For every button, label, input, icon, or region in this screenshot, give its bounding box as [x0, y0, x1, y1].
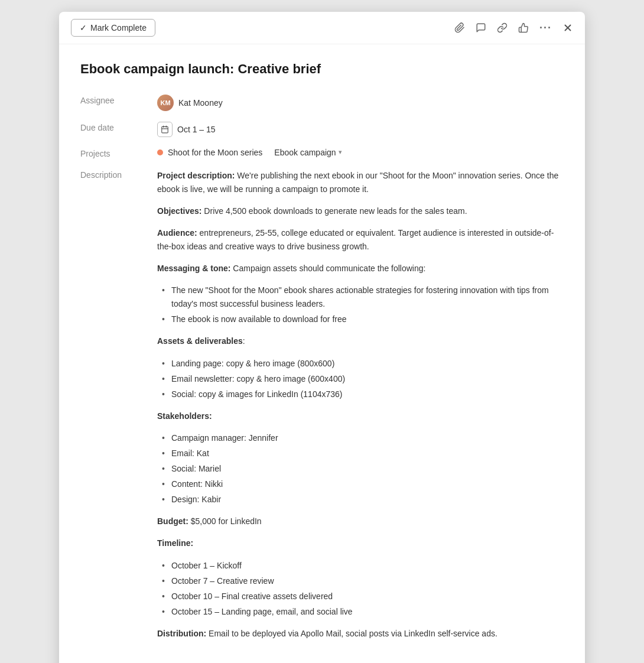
- project-sub-name: Ebook campaign: [274, 148, 336, 157]
- attachment-icon[interactable]: [454, 22, 465, 33]
- audience-bold: Audience:: [157, 228, 197, 238]
- list-item: Email newsletter: copy & hero image (600…: [162, 372, 564, 386]
- assignee-label: Assignee: [80, 95, 157, 105]
- assets-colon: :: [243, 336, 245, 346]
- messaging-bold: Messaging & tone:: [157, 264, 230, 273]
- description-row: Description Project description: We're p…: [80, 169, 564, 641]
- distribution-para: Distribution: Email to be deployed via A…: [157, 627, 564, 641]
- project-main-name: Shoot for the Moon series: [168, 148, 262, 157]
- assets-bullets-list: Landing page: copy & hero image (800x600…: [157, 357, 564, 401]
- project-description-para: Project description: We're publishing th…: [157, 169, 564, 196]
- budget-text: $5,000 for LinkedIn: [188, 516, 262, 526]
- objectives-bold: Objectives:: [157, 206, 201, 216]
- assets-bold: Assets & deliverables: [157, 336, 243, 346]
- audience-para: Audience: entrepreneurs, 25-55, college …: [157, 226, 564, 254]
- calendar-icon: [157, 122, 173, 137]
- objectives-para: Objectives: Drive 4,500 ebook downloads …: [157, 204, 564, 218]
- list-item: Social: copy & images for LinkedIn (1104…: [162, 388, 564, 401]
- description-label: Description: [80, 169, 157, 180]
- list-item: Email: Kat: [162, 447, 564, 460]
- modal-body: Ebook campaign launch: Creative brief As…: [59, 44, 585, 663]
- budget-para: Budget: $5,000 for LinkedIn: [157, 515, 564, 528]
- mark-complete-label: Mark Complete: [90, 23, 147, 32]
- messaging-bullets-list: The new "Shoot for the Moon" ebook share…: [157, 284, 564, 326]
- list-item: Social: Mariel: [162, 462, 564, 476]
- stakeholders-para: Stakeholders:: [157, 410, 564, 423]
- list-item: October 10 – Final creative assets deliv…: [162, 590, 564, 603]
- project-sub-dropdown[interactable]: Ebook campaign ▾: [274, 148, 341, 157]
- list-item: Content: Nikki: [162, 477, 564, 491]
- description-content: Project description: We're publishing th…: [157, 169, 564, 641]
- stakeholders-bullets-list: Campaign manager: Jennifer Email: Kat So…: [157, 431, 564, 506]
- list-item: Landing page: copy & hero image (800x600…: [162, 357, 564, 370]
- projects-label: Projects: [80, 148, 157, 158]
- objectives-text: Drive 4,500 ebook downloads to generate …: [201, 206, 467, 216]
- distribution-text: Email to be deployed via Apollo Mail, so…: [206, 629, 497, 638]
- list-item: October 7 – Creative review: [162, 574, 564, 588]
- modal-header: ✓ Mark Complete: [59, 12, 585, 44]
- task-title: Ebook campaign launch: Creative brief: [80, 61, 564, 78]
- due-date-label: Due date: [80, 122, 157, 132]
- messaging-text: Campaign assets should communicate the f…: [230, 264, 425, 273]
- list-item: The ebook is now available to download f…: [162, 313, 564, 326]
- distribution-bold: Distribution:: [157, 629, 206, 638]
- due-date-row: Due date Oct 1 – 15: [80, 122, 564, 137]
- more-options-icon[interactable]: ···: [539, 22, 552, 34]
- link-icon[interactable]: [497, 22, 508, 33]
- project-dot-icon: [157, 150, 163, 155]
- list-item: October 15 – Landing page, email, and so…: [162, 605, 564, 619]
- assets-para: Assets & deliverables:: [157, 334, 564, 348]
- header-icon-group: ···: [454, 22, 573, 34]
- close-icon[interactable]: [562, 22, 573, 33]
- assignee-name: Kat Mooney: [178, 98, 223, 108]
- assignee-value: KM Kat Mooney: [157, 95, 223, 111]
- timeline-bold: Timeline:: [157, 538, 193, 548]
- budget-bold: Budget:: [157, 516, 188, 526]
- thumbs-up-icon[interactable]: [518, 22, 529, 33]
- due-date-text: Oct 1 – 15: [177, 125, 216, 134]
- stakeholders-bold: Stakeholders:: [157, 411, 212, 421]
- chevron-down-icon: ▾: [339, 148, 342, 156]
- checkmark-icon: ✓: [80, 23, 87, 32]
- list-item: Design: Kabir: [162, 493, 564, 506]
- mark-complete-button[interactable]: ✓ Mark Complete: [71, 19, 155, 37]
- task-modal: ✓ Mark Complete: [59, 12, 585, 663]
- due-date-value[interactable]: Oct 1 – 15: [157, 122, 216, 137]
- project-description-bold: Project description:: [157, 171, 235, 180]
- timeline-para: Timeline:: [157, 537, 564, 550]
- list-item: Campaign manager: Jennifer: [162, 431, 564, 445]
- messaging-para: Messaging & tone: Campaign assets should…: [157, 262, 564, 275]
- assignee-avatar: KM: [157, 95, 174, 111]
- timeline-bullets-list: October 1 – Kickoff October 7 – Creative…: [157, 559, 564, 619]
- projects-value: Shoot for the Moon series Ebook campaign…: [157, 148, 342, 157]
- svg-rect-2: [162, 126, 168, 133]
- projects-row: Projects Shoot for the Moon series Ebook…: [80, 148, 564, 158]
- conversation-icon[interactable]: [476, 22, 486, 33]
- audience-text: entrepreneurs, 25-55, college educated o…: [157, 228, 554, 251]
- list-item: October 1 – Kickoff: [162, 559, 564, 573]
- list-item: The new "Shoot for the Moon" ebook share…: [162, 284, 564, 311]
- assignee-row: Assignee KM Kat Mooney: [80, 95, 564, 111]
